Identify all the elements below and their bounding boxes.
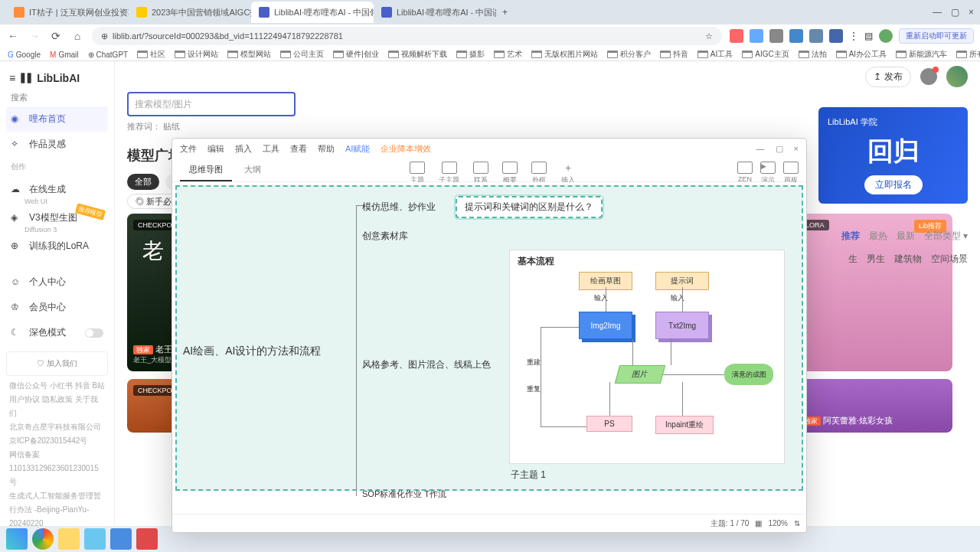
bookmark[interactable]: 设计网站 bbox=[175, 49, 218, 60]
filter-hot[interactable]: 最热 bbox=[869, 230, 887, 243]
zoom-stepper[interactable]: ⇅ bbox=[794, 519, 800, 528]
close-window-icon[interactable]: × bbox=[969, 7, 974, 18]
sidebar-item-train[interactable]: ⊕训练我的LoRA bbox=[6, 234, 108, 259]
bookmark[interactable]: 所有书签 bbox=[956, 49, 980, 60]
root-node[interactable]: AI绘画、AI设计的方法和流程 bbox=[183, 345, 321, 358]
tag[interactable]: 建筑物 bbox=[894, 253, 922, 266]
sidebar-item-inspiration[interactable]: ✧作品灵感 bbox=[6, 132, 108, 157]
maximize-icon[interactable]: ▢ bbox=[951, 7, 959, 18]
menu-edit[interactable]: 编辑 bbox=[207, 143, 224, 155]
menu-enterprise[interactable]: 企业降本增效 bbox=[381, 143, 431, 155]
map-icon[interactable]: ▦ bbox=[755, 519, 762, 528]
ext-icon[interactable] bbox=[730, 29, 743, 43]
flow-box[interactable]: Img2Img bbox=[579, 312, 632, 339]
tab-0[interactable]: IT桔子 | 泛互联网创业投资项目× bbox=[6, 2, 129, 23]
subtopic-node[interactable]: 子主题 1 bbox=[511, 469, 546, 482]
bookmark[interactable]: AI工具 bbox=[697, 49, 733, 60]
minimize-icon[interactable]: — bbox=[933, 7, 942, 18]
sidebar-item-profile[interactable]: ☺个人中心 bbox=[6, 269, 108, 295]
bookmark[interactable]: AIGC主页 bbox=[742, 49, 789, 60]
flow-box[interactable]: 图片 bbox=[615, 365, 665, 384]
menu-tools[interactable]: 工具 bbox=[263, 143, 279, 155]
forward-icon[interactable]: → bbox=[28, 29, 41, 43]
ext-icon[interactable] bbox=[789, 29, 803, 43]
update-button[interactable]: 重新启动即可更新 bbox=[899, 28, 974, 44]
highlighted-node[interactable]: 提示词和关键词的区别是什么？ bbox=[456, 196, 603, 218]
menu-icon[interactable]: ≡ bbox=[9, 72, 15, 84]
tab-outline[interactable]: 大纲 bbox=[235, 159, 270, 181]
zoom-level[interactable]: 120% bbox=[768, 519, 788, 528]
cart-icon[interactable] bbox=[920, 68, 937, 85]
type-dropdown[interactable]: 全部类型 ▾ bbox=[924, 230, 968, 243]
bookmark[interactable]: 无版权图片网站 bbox=[531, 49, 598, 60]
bookmark[interactable]: 积分客户 bbox=[607, 49, 651, 60]
flow-box[interactable]: PS bbox=[586, 416, 632, 432]
branch-node[interactable]: 风格参考、图片混合、线稿上色 bbox=[362, 358, 491, 371]
close-icon[interactable]: × bbox=[794, 144, 799, 154]
side-panel-icon[interactable]: ▤ bbox=[864, 31, 873, 41]
app-icon[interactable] bbox=[136, 528, 158, 550]
flow-cloud[interactable]: 满意的成图 bbox=[724, 364, 773, 385]
branch-node[interactable]: 创意素材库 bbox=[362, 230, 408, 243]
tag[interactable]: 男生 bbox=[867, 253, 885, 266]
bookmark[interactable]: 抖音 bbox=[660, 49, 688, 60]
menu-file[interactable]: 文件 bbox=[180, 143, 197, 155]
explorer-icon[interactable] bbox=[58, 528, 80, 550]
ext-icon[interactable] bbox=[750, 29, 763, 43]
bookmark[interactable]: MGmail bbox=[50, 51, 78, 59]
menu-insert[interactable]: 插入 bbox=[235, 143, 252, 155]
reload-icon[interactable]: ⟳ bbox=[49, 29, 63, 43]
branch-node[interactable]: 模仿思维、抄作业 bbox=[362, 201, 436, 214]
home-icon[interactable]: ⌂ bbox=[70, 29, 84, 43]
menu-view[interactable]: 查看 bbox=[290, 143, 307, 155]
bookmark[interactable]: AI办公工具 bbox=[836, 49, 887, 60]
chip-all[interactable]: 全部 bbox=[127, 174, 159, 190]
maximize-icon[interactable]: ▢ bbox=[776, 144, 783, 154]
mindmap-canvas[interactable]: AI绘画、AI设计的方法和流程 模仿思维、抄作业 提示词和关键词的区别是什么？ … bbox=[172, 182, 806, 514]
sidebar-item-member[interactable]: ♔会员中心 bbox=[6, 295, 108, 320]
publish-button[interactable]: ↥发布 bbox=[865, 67, 911, 87]
join-button[interactable]: ♡ 加入我们 bbox=[6, 351, 108, 376]
bookmark[interactable]: 硬件|创业 bbox=[333, 49, 379, 60]
menu-help[interactable]: 帮助 bbox=[318, 143, 335, 155]
promo-banner[interactable]: LibLibAI 学院 回归 立即报名 bbox=[818, 107, 968, 204]
user-avatar[interactable] bbox=[946, 66, 968, 87]
bookmark[interactable]: 新能源汽车 bbox=[896, 49, 947, 60]
model-card[interactable]: 独家 阿芙蕾雅·炫彩女孩 bbox=[795, 379, 952, 433]
tab-mindmap[interactable]: 思维导图 bbox=[180, 159, 232, 181]
filter-new[interactable]: 最新 bbox=[897, 230, 915, 243]
sidebar-item-home[interactable]: ◉哩布首页 bbox=[6, 106, 108, 132]
ext-icon[interactable] bbox=[829, 29, 843, 43]
logo[interactable]: ≡ LibLibAI bbox=[6, 67, 108, 89]
bookmark[interactable]: ⊕ChatGPT bbox=[88, 51, 129, 59]
bookmark[interactable]: 艺术 bbox=[494, 49, 522, 60]
menu-ai[interactable]: AI赋能 bbox=[345, 143, 370, 155]
tab-2[interactable]: LiblibAI·哩布哩布AI - 中国领先× bbox=[251, 2, 374, 23]
app-icon[interactable] bbox=[110, 528, 132, 550]
minimize-icon[interactable]: — bbox=[756, 144, 765, 154]
profile-icon[interactable] bbox=[879, 29, 893, 43]
search-input[interactable]: 搜索模型/图片 bbox=[127, 92, 296, 116]
ext-icon[interactable] bbox=[809, 29, 823, 43]
chrome-icon[interactable] bbox=[32, 528, 54, 550]
toggle[interactable] bbox=[85, 328, 103, 338]
filter-rec[interactable]: 推荐 bbox=[841, 230, 860, 243]
sidebar-item-dark[interactable]: ☾深色模式 bbox=[6, 320, 108, 345]
new-tab-button[interactable]: + bbox=[496, 7, 514, 18]
branch-node[interactable]: SOP标准化作业 T作流 bbox=[362, 488, 446, 500]
ext-icon[interactable] bbox=[769, 29, 783, 43]
app-icon[interactable] bbox=[84, 528, 106, 550]
start-icon[interactable] bbox=[6, 528, 28, 550]
tag[interactable]: 空间场景 bbox=[931, 253, 968, 266]
back-icon[interactable]: ← bbox=[6, 29, 20, 43]
bookmark[interactable]: 法拍 bbox=[799, 49, 827, 60]
bookmark[interactable]: GGoogle bbox=[8, 51, 41, 59]
tab-1[interactable]: 2023年中国营销领域AIGC技术× bbox=[129, 2, 251, 23]
tab-3[interactable]: LiblibAI·哩布哩布AI - 中国谈× bbox=[374, 2, 496, 23]
signup-button[interactable]: 立即报名 bbox=[864, 175, 923, 194]
tag[interactable]: 生 bbox=[848, 253, 858, 266]
sidebar-item-v3[interactable]: ◈V3模型生图推荐模型 bbox=[6, 205, 108, 230]
bookmark[interactable]: 视频解析下载 bbox=[388, 49, 447, 60]
flow-box[interactable]: Txt2Img bbox=[655, 312, 709, 339]
sugg-chip[interactable]: 贴纸 bbox=[163, 122, 180, 131]
